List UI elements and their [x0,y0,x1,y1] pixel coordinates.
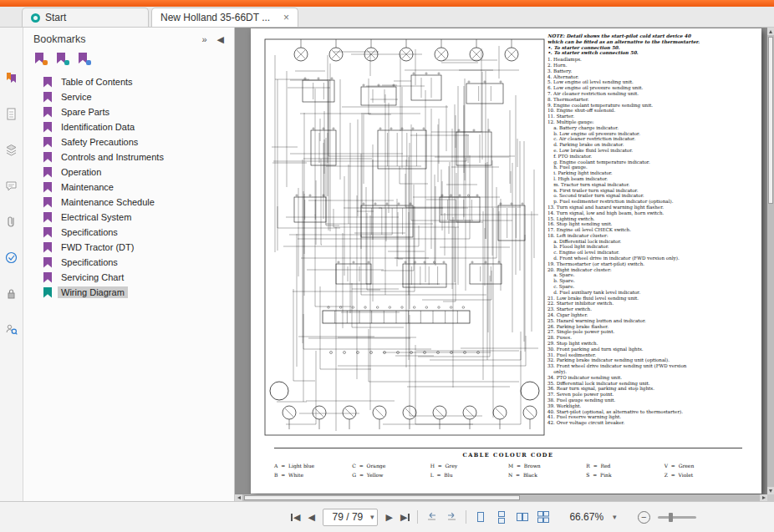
add-bookmark-icon[interactable] [57,53,67,65]
document-viewport[interactable]: NOTE: Detail shows the start-pilot cold … [235,28,774,501]
tab-start[interactable]: Start [22,8,149,27]
bookmark-item[interactable]: Safety Precautions [23,134,234,149]
bookmark-item[interactable]: Electrical System [23,210,234,225]
panel-attachments-icon[interactable] [4,215,18,229]
vertical-scroll-thumb[interactable] [768,37,773,204]
page-number-input[interactable] [327,511,369,523]
bookmark-item[interactable]: Table of Contents [23,74,234,89]
bookmark-item[interactable]: Specifications [23,225,234,240]
cable-colour-code: CABLE COLOUR CODE A = Light blue C = Ora… [274,448,742,478]
legend-note: NOTE: Detail shows the start-pilot cold … [547,33,756,56]
tab-document[interactable]: New Holland 35-66DT ... × [151,8,298,27]
bookmark-item[interactable]: Identification Data [23,119,234,134]
previous-page-button[interactable]: ◀ [308,513,314,522]
page-number-box[interactable]: ▾ [323,509,379,526]
panel-comments-icon[interactable] [4,179,18,193]
bookmark-item[interactable]: Maintenance Schedule [23,195,234,210]
next-view-button[interactable] [446,511,458,524]
scroll-right-icon[interactable] [760,494,767,501]
page-dropdown-caret-icon[interactable]: ▾ [370,513,374,521]
pdf-page: NOTE: Detail shows the start-pilot cold … [251,28,761,494]
bookmark-item[interactable]: Spare Parts [23,104,234,119]
zoom-slider-thumb[interactable] [669,513,673,522]
cable-code-entry: V = Green [665,463,742,469]
next-page-button[interactable]: ▶ [385,513,392,522]
bookmark-label: Wiring Diagram [58,286,128,298]
bookmark-icon [43,122,52,133]
cable-colour-title: CABLE COLOUR CODE [274,448,742,459]
last-page-button[interactable]: ▶ [400,513,410,522]
horizontal-scroll-thumb[interactable] [244,495,520,500]
bookmark-icon [43,257,52,268]
bookmark-item[interactable]: Specifications [23,255,234,270]
bookmarks-panel: Bookmarks » ◀ Table of Contents [23,28,235,501]
expand-bookmarks-icon[interactable] [35,53,45,65]
panel-find-icon[interactable] [4,322,18,337]
close-tab-icon[interactable]: × [283,13,289,23]
zoom-level[interactable]: 66.67% [569,511,603,523]
start-tab-icon [31,13,40,23]
previous-view-button[interactable] [425,511,438,524]
bookmark-icon [43,92,52,103]
bookmark-list: Table of Contents Service Spare Parts [23,73,234,300]
panel-options-icon[interactable]: » [201,34,206,44]
scroll-up-icon[interactable] [767,28,774,35]
panel-signatures-icon[interactable] [4,251,18,265]
bookmark-label: FWD Tractor (DT) [58,241,137,253]
scroll-left-icon[interactable] [235,494,242,501]
bookmarks-panel-header: Bookmarks » ◀ [23,28,234,49]
tab-document-label: New Holland 35-66DT ... [160,12,278,23]
application-window: Start New Holland 35-66DT ... × Bookmark… [0,0,774,532]
facing-view-button[interactable] [516,510,529,524]
bookmark-label: Electrical System [58,211,135,223]
continuous-facing-view-button[interactable] [537,510,550,524]
scroll-down-icon[interactable] [767,487,774,494]
bookmark-icon [43,212,52,223]
collapse-panel-icon[interactable]: ◀ [217,34,224,45]
cable-code-entry: G = Yellow [352,472,430,478]
bookmark-item[interactable]: Controls and Instruments [23,149,234,165]
panel-layers-icon[interactable] [4,143,18,157]
bookmark-label: Spare Parts [58,106,113,118]
bookmarks-title: Bookmarks [33,33,191,45]
toolbar-separator [417,510,418,524]
bookmark-icon [43,287,52,298]
bookmark-icon [43,167,52,178]
bookmark-item[interactable]: Servicing Chart [23,270,234,285]
panel-security-lock-icon[interactable] [4,286,18,301]
bookmark-label: Specifications [58,226,121,238]
bookmark-item[interactable]: FWD Tractor (DT) [23,240,234,255]
bookmark-label: Operation [58,166,104,178]
first-page-button[interactable]: ◀ [291,513,300,522]
bookmark-icon [43,197,52,208]
bookmark-item[interactable]: Operation [23,165,234,180]
panel-bookmarks-icon[interactable] [4,71,18,85]
bookmark-label: Maintenance Schedule [58,196,158,208]
cable-code-entry: S = Pink [586,472,664,478]
scrollbar-corner [767,494,774,501]
horizontal-scrollbar[interactable] [235,494,767,501]
single-page-view-button[interactable] [474,510,487,524]
vertical-scrollbar[interactable] [767,28,774,494]
status-toolbar: ◀ ◀ ▾ ▶ ▶ 66.67% ▾ − [291,502,696,532]
cable-colour-table: A = Light blue C = Orange H = Grey M = B… [274,463,742,478]
bookmark-options-icon[interactable] [79,53,89,65]
bookmark-icon [43,182,52,193]
status-bar: ◀ ◀ ▾ ▶ ▶ 66.67% ▾ − [0,501,774,532]
bookmark-label: Safety Precautions [58,136,141,148]
bookmark-item[interactable]: Service [23,89,234,104]
bookmark-item[interactable]: Wiring Diagram [23,285,234,300]
tab-bar: Start New Holland 35-66DT ... × [0,7,774,28]
zoom-dropdown-caret-icon[interactable]: ▾ [613,513,617,521]
panel-pages-icon[interactable] [4,107,18,121]
bookmark-icon [43,152,52,163]
cable-code-entry: C = Orange [352,463,430,469]
diagram-legend: NOTE: Detail shows the start-pilot cold … [547,33,756,426]
continuous-view-button[interactable] [495,510,508,524]
zoom-slider[interactable] [658,516,696,519]
zoom-out-button[interactable]: − [638,511,650,524]
bookmark-item[interactable]: Maintenance [23,180,234,195]
bookmarks-toolbar [23,49,234,73]
title-bar [0,0,774,7]
bookmark-icon [43,227,52,238]
